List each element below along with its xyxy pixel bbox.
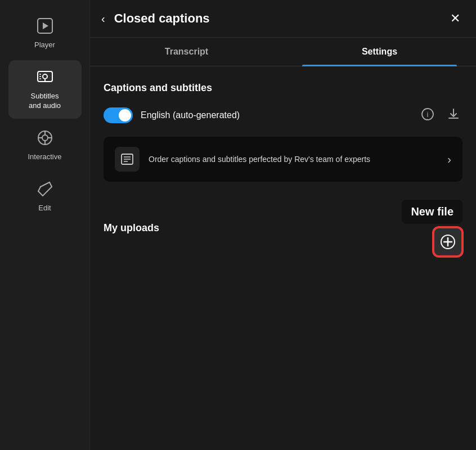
- order-card-icon: [115, 147, 140, 172]
- order-captions-card[interactable]: Order captions and subtitles perfected b…: [104, 137, 462, 182]
- player-icon: [36, 17, 54, 37]
- main-panel: ‹ Closed captions ✕ Transcript Settings …: [90, 0, 476, 450]
- back-button[interactable]: ‹: [99, 11, 107, 26]
- sidebar-item-player[interactable]: Player: [8, 9, 82, 58]
- caption-download-button[interactable]: [444, 105, 462, 125]
- captions-section-title: Captions and subtitles: [104, 82, 462, 94]
- sidebar-item-interactive[interactable]: Interactive: [8, 121, 82, 170]
- new-file-button[interactable]: [433, 227, 462, 256]
- subtitles-audio-icon: [36, 68, 54, 88]
- svg-point-3: [43, 74, 47, 79]
- caption-toggle-row: English (auto-generated) i: [104, 105, 462, 125]
- uploads-section-title: My uploads: [104, 222, 159, 234]
- panel-header: ‹ Closed captions ✕: [90, 0, 476, 38]
- svg-marker-1: [43, 22, 48, 29]
- caption-info-button[interactable]: i: [419, 105, 437, 125]
- new-file-wrapper: New file: [402, 200, 462, 256]
- sidebar-item-edit[interactable]: Edit: [8, 172, 82, 221]
- tab-transcript[interactable]: Transcript: [90, 38, 283, 66]
- tab-settings[interactable]: Settings: [283, 38, 476, 66]
- sidebar-item-interactive-label: Interactive: [28, 152, 62, 162]
- svg-line-17: [50, 182, 52, 187]
- new-file-tooltip: New file: [402, 200, 462, 224]
- uploads-row: My uploads New file: [104, 200, 462, 256]
- svg-line-16: [38, 187, 41, 191]
- panel-content: Captions and subtitles English (auto-gen…: [90, 66, 476, 450]
- sidebar: Player Subtitlesand audio: [0, 0, 90, 450]
- sidebar-item-subtitles-audio[interactable]: Subtitlesand audio: [8, 60, 82, 119]
- sidebar-item-subtitles-label: Subtitlesand audio: [29, 92, 61, 111]
- panel-title: Closed captions: [114, 11, 210, 26]
- edit-icon: [36, 180, 54, 200]
- header-left: ‹ Closed captions: [99, 11, 210, 26]
- order-card-arrow: ›: [447, 153, 451, 166]
- interactive-icon: [36, 129, 54, 149]
- sidebar-item-player-label: Player: [34, 40, 55, 50]
- svg-line-18: [38, 191, 43, 196]
- svg-point-10: [42, 135, 48, 141]
- tabs-bar: Transcript Settings: [90, 38, 476, 66]
- caption-language-label: English (auto-generated): [141, 110, 411, 120]
- sidebar-item-edit-label: Edit: [38, 204, 51, 213]
- close-button[interactable]: ✕: [448, 10, 462, 27]
- svg-line-20: [43, 191, 47, 196]
- svg-text:i: i: [427, 110, 429, 119]
- order-card-text: Order captions and subtitles perfected b…: [149, 154, 438, 165]
- caption-toggle[interactable]: [104, 107, 133, 123]
- svg-line-15: [41, 182, 50, 187]
- svg-line-19: [47, 187, 52, 191]
